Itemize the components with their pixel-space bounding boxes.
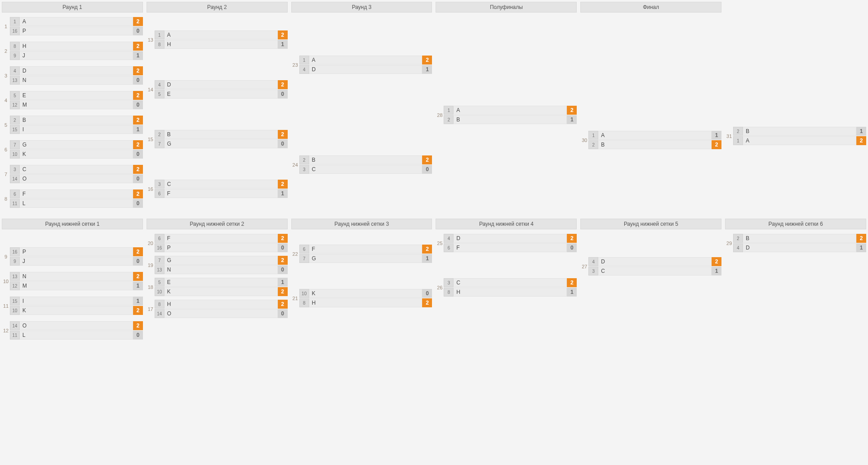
match-row: 2B2 — [299, 155, 432, 164]
match-number: 28 — [436, 112, 444, 118]
seed: 6 — [299, 245, 309, 254]
match-row: 3C2 — [444, 278, 577, 287]
player-name: B — [598, 140, 712, 149]
round-header: Раунд 1 — [2, 2, 143, 13]
seed: 8 — [444, 288, 453, 297]
player-name: B — [743, 127, 856, 136]
match-row: 3C2 — [10, 165, 143, 174]
match-row: 5E1 — [155, 278, 288, 287]
score: 1 — [712, 131, 721, 140]
match-row: 13N2 — [10, 272, 143, 281]
match-number: 26 — [436, 285, 444, 290]
score: 2 — [422, 245, 432, 254]
seed: 2 — [444, 115, 453, 124]
score: 2 — [712, 140, 721, 149]
match-number: 3 — [2, 73, 10, 78]
round-column: Раунд нижней сетки 5274D23C1 — [580, 219, 721, 340]
round-header: Раунд нижней сетки 3 — [291, 219, 432, 229]
seed: 11 — [10, 331, 20, 340]
match-row: 6F1 — [155, 189, 288, 198]
seed: 5 — [155, 278, 164, 287]
player-name: M — [20, 281, 133, 290]
match-number: 19 — [147, 263, 155, 268]
round-column: Полуфиналы281A22B1 — [436, 2, 577, 208]
match-number: 29 — [725, 241, 733, 246]
score: 0 — [133, 150, 143, 159]
match-row: 7G0 — [155, 139, 288, 148]
score: 2 — [278, 300, 288, 309]
score: 2 — [278, 234, 288, 243]
score: 1 — [856, 127, 866, 136]
score: 2 — [567, 106, 577, 115]
seed: 4 — [733, 243, 743, 252]
seed: 2 — [10, 116, 20, 125]
match: 11A216P0 — [2, 17, 143, 35]
match-row: 7G2 — [10, 140, 143, 149]
match: 45E212M0 — [2, 91, 143, 109]
match-row: 14O0 — [155, 309, 288, 318]
match: 916P29J0 — [2, 247, 143, 266]
match: 28H29J1 — [2, 42, 143, 60]
score: 0 — [133, 100, 143, 109]
round-header: Раунд нижней сетки 4 — [436, 219, 577, 229]
match-row: 8H2 — [299, 298, 432, 307]
match-row: 2B2 — [10, 116, 143, 125]
player-name: L — [20, 331, 133, 340]
seed: 6 — [444, 243, 453, 252]
match: 242B23C0 — [291, 155, 432, 174]
match: 206F216P0 — [147, 234, 288, 252]
round-column: Раунд нижней сетки 4254D26F0263C28H1 — [436, 219, 577, 340]
player-name: D — [743, 243, 856, 252]
match: 274D23C1 — [580, 257, 721, 276]
score: 1 — [133, 281, 143, 290]
score: 1 — [133, 51, 143, 60]
match: 197G213N0 — [147, 256, 288, 274]
seed: 8 — [10, 42, 20, 51]
match-number: 9 — [2, 254, 10, 259]
player-name: I — [20, 297, 133, 306]
score: 2 — [278, 30, 288, 39]
player-name: K — [309, 289, 423, 298]
match-row: 13N0 — [10, 76, 143, 85]
match: 34D213N0 — [2, 66, 143, 85]
upper-bracket: Раунд 111A216P028H29J134D213N045E212M052… — [2, 2, 866, 208]
seed: 1 — [10, 17, 20, 26]
score: 2 — [133, 247, 143, 256]
seed: 13 — [10, 76, 20, 85]
player-name: H — [164, 300, 278, 309]
score: 2 — [422, 56, 432, 65]
round-header: Раунд 3 — [291, 2, 432, 13]
score: 1 — [133, 297, 143, 306]
player-name: E — [164, 278, 278, 287]
seed: 4 — [588, 257, 598, 266]
player-name: A — [743, 136, 856, 145]
score: 1 — [133, 125, 143, 134]
player-name: D — [598, 257, 712, 266]
player-name: P — [20, 26, 133, 35]
round-column: Раунд 2131A28H1144D25E0152B27G0163C26F1 — [147, 2, 288, 208]
player-name: O — [20, 174, 133, 183]
match-row: 1A2 — [155, 30, 288, 39]
match-number: 4 — [2, 98, 10, 103]
seed: 2 — [155, 130, 164, 139]
player-name: K — [20, 150, 133, 159]
round-header: Раунд 2 — [147, 2, 288, 13]
score: 2 — [133, 17, 143, 26]
seed: 10 — [10, 306, 20, 315]
score: 0 — [278, 243, 288, 252]
round-column: Раунд 3231A24D1242B23C0 — [291, 2, 432, 208]
player-name: N — [164, 265, 278, 274]
match-row: 3C1 — [588, 267, 721, 276]
seed: 2 — [733, 234, 743, 243]
match-row: 1A2 — [444, 106, 577, 115]
player-name: M — [20, 100, 133, 109]
seed: 2 — [299, 155, 309, 164]
match-row: 15I1 — [10, 125, 143, 134]
match-number: 16 — [147, 186, 155, 192]
match: 67G210K0 — [2, 140, 143, 159]
score: 1 — [278, 189, 288, 198]
player-name: D — [164, 80, 278, 89]
lower-bracket: Раунд нижней сетки 1916P29J01013N212M111… — [2, 219, 866, 340]
match-number: 14 — [147, 87, 155, 92]
seed: 16 — [155, 243, 164, 252]
